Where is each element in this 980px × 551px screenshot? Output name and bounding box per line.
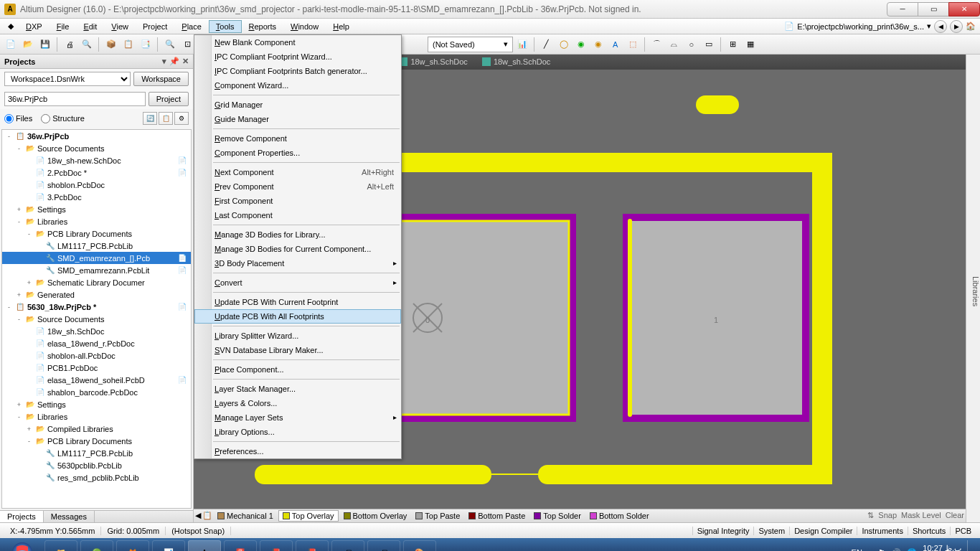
adobe-icon[interactable]: 📕 <box>296 540 329 551</box>
tree-node[interactable]: 📄elasa_18wend_soheil.PcbD📄 <box>2 374 191 386</box>
menu-item[interactable]: Update PCB With All Footprints <box>194 309 401 324</box>
project-button[interactable]: Project <box>149 92 189 106</box>
tree-node[interactable]: 📄shoblon-all.PcbDoc <box>2 349 191 362</box>
tree-node[interactable]: -📂Libraries <box>2 410 191 423</box>
panel-btn-icon[interactable]: 📋 <box>159 112 173 125</box>
tree-node[interactable]: 📄18w_sh.SchDoc <box>2 325 191 337</box>
minimize-button[interactable]: ─ <box>887 2 918 17</box>
menu-item[interactable]: Manage 3D Bodies for Current Component..… <box>194 242 401 256</box>
menu-item[interactable]: Component Wizard... <box>194 78 401 93</box>
nav-back-button[interactable]: ◀ <box>934 20 947 33</box>
menu-item[interactable]: SVN Database Library Maker... <box>194 343 401 357</box>
menu-item[interactable]: Update PCB With Current Footprint <box>194 295 401 309</box>
layer-tab[interactable]: Bottom Solder <box>586 511 653 521</box>
tray-up-icon[interactable]: ▴ <box>868 548 872 552</box>
doc-tab[interactable]: 18w_sh.SchDoc <box>475 55 558 68</box>
dropdown-icon[interactable]: ▾ <box>927 22 931 31</box>
tree-node[interactable]: 🔧SMD_emamrezann.PcbLit📄 <box>2 264 191 276</box>
menu-help[interactable]: Help <box>326 20 357 33</box>
layer-tab[interactable]: Top Overlay <box>278 510 339 522</box>
menu-edit[interactable]: Edit <box>76 20 104 33</box>
menu-item[interactable]: Convert <box>194 276 401 290</box>
panel-pin-icon[interactable]: 📌 <box>169 57 179 66</box>
circle-icon[interactable]: ○ <box>684 37 699 52</box>
rect-icon[interactable]: ▭ <box>701 37 717 52</box>
volume-icon[interactable]: 🔊 <box>891 548 901 552</box>
new-icon[interactable]: 📄 <box>3 37 19 52</box>
panel-close-icon[interactable]: ✕ <box>182 57 189 66</box>
status-button[interactable]: Shortcuts <box>908 527 950 535</box>
status-button[interactable]: System <box>753 527 789 535</box>
arc-icon[interactable]: ⌒ <box>649 37 665 52</box>
tree-node[interactable]: 📄shoblon.PcbDoc <box>2 179 191 191</box>
layer-tab[interactable]: Top Paste <box>412 511 463 521</box>
status-button[interactable]: Instruments <box>857 527 907 535</box>
status-button[interactable]: Design Compiler <box>789 527 857 535</box>
tree-node[interactable]: 🔧LM1117_PCB.PcbLib <box>2 240 191 252</box>
chrome-icon[interactable]: 🟢 <box>80 540 113 551</box>
menu-item[interactable]: Layers & Colors... <box>194 396 401 410</box>
tree-node[interactable]: -📋5630_18w.PrjPcb *📄 <box>2 301 191 313</box>
layer-tab[interactable]: Bottom Overlay <box>340 511 411 521</box>
menu-item[interactable]: Last Component <box>194 208 401 222</box>
menu-item[interactable]: 3D Body Placement <box>194 256 401 270</box>
app-icon[interactable]: 📅 <box>224 540 257 551</box>
line-tool-icon[interactable]: ╱ <box>539 37 555 52</box>
panel-btn-icon[interactable]: 🔄 <box>143 112 157 125</box>
tree-node[interactable]: +📂Schematic Library Documer <box>2 276 191 288</box>
tree-node[interactable]: 🔧res_smd_pcblib.PcbLib <box>2 471 191 484</box>
menu-reports[interactable]: Reports <box>242 20 284 33</box>
tool-icon[interactable]: 📦 <box>103 37 119 52</box>
firefox-icon[interactable]: 🦊 <box>116 540 149 551</box>
home-icon[interactable]: 🏠 <box>966 22 976 31</box>
tree-node[interactable]: 🔧SMD_emamrezann_[].Pcb📄 <box>2 252 191 264</box>
tab-projects[interactable]: Projects <box>0 511 44 522</box>
tree-node[interactable]: +📂Generated <box>2 288 191 301</box>
menu-item[interactable]: IPC Compliant Footprint Wizard... <box>194 50 401 64</box>
maximize-button[interactable]: ▭ <box>918 2 949 17</box>
tree-node[interactable]: -📂Libraries <box>2 215 191 227</box>
app-icon[interactable]: 🖥 <box>367 540 400 551</box>
workspace-select[interactable]: Workspace1.DsnWrk <box>4 72 131 86</box>
tree-node[interactable]: 🔧5630pcblib.PcbLib <box>2 459 191 471</box>
via-tool-icon[interactable]: ◉ <box>590 37 606 52</box>
show-desktop[interactable] <box>967 540 973 551</box>
layer-tab[interactable]: Bottom Paste <box>465 511 529 521</box>
tab-messages[interactable]: Messages <box>44 511 95 522</box>
menu-tools[interactable]: Tools <box>209 20 242 33</box>
tool-icon[interactable]: 📊 <box>514 37 530 52</box>
open-icon[interactable]: 📂 <box>20 37 36 52</box>
menu-item[interactable]: IPC Compliant Footprints Batch generator… <box>194 64 401 78</box>
layer-toggle-icon[interactable]: 📋 <box>202 511 212 520</box>
menu-item[interactable]: Next ComponentAlt+Right <box>194 165 401 179</box>
close-button[interactable]: ✕ <box>948 2 980 17</box>
tree-node[interactable]: 📄elasa_18wend_r.PcbDoc <box>2 337 191 349</box>
menu-item[interactable]: Layer Stack Manager... <box>194 382 401 396</box>
status-button[interactable]: Signal Integrity <box>692 527 754 535</box>
arc-icon[interactable]: ⌓ <box>666 37 682 52</box>
start-button[interactable] <box>3 540 42 551</box>
zoom-fit-icon[interactable]: ⊡ <box>179 37 195 52</box>
layer-tab[interactable]: Mechanical 1 <box>214 511 277 521</box>
tool-icon[interactable]: 📋 <box>121 37 136 52</box>
pad-tool-icon[interactable]: ◉ <box>573 37 589 52</box>
menu-place[interactable]: Place <box>174 20 209 33</box>
doc-tab[interactable]: 18w_sh.SchDoc <box>392 55 475 68</box>
tree-node[interactable]: -📂Source Documents <box>2 142 191 154</box>
tool-icon[interactable]: 📑 <box>138 37 154 52</box>
app-menu-icon[interactable]: ◆ <box>3 19 19 34</box>
files-radio[interactable]: Files <box>4 114 32 123</box>
menu-file[interactable]: File <box>50 20 77 33</box>
text-tool-icon[interactable]: A <box>608 37 623 52</box>
lang-indicator[interactable]: EN <box>852 548 862 551</box>
project-tree[interactable]: -📋36w.PrjPcb-📂Source Documents📄18w_sh-ne… <box>1 129 192 509</box>
menu-item[interactable]: Preferences... <box>194 444 401 458</box>
clock[interactable]: ب.ظ 10:27۲۰۱۷/۰۷/۰۱ <box>923 544 961 551</box>
tree-node[interactable]: -📂Source Documents <box>2 313 191 325</box>
menu-item[interactable]: New Blank Component <box>194 35 401 50</box>
save-icon[interactable]: 💾 <box>37 37 53 52</box>
print-icon[interactable]: 🖨 <box>62 37 77 52</box>
app-icon[interactable]: 🖥 <box>331 540 364 551</box>
tree-node[interactable]: -📋36w.PrjPcb <box>2 130 191 142</box>
tree-node[interactable]: +📂Settings <box>2 203 191 215</box>
